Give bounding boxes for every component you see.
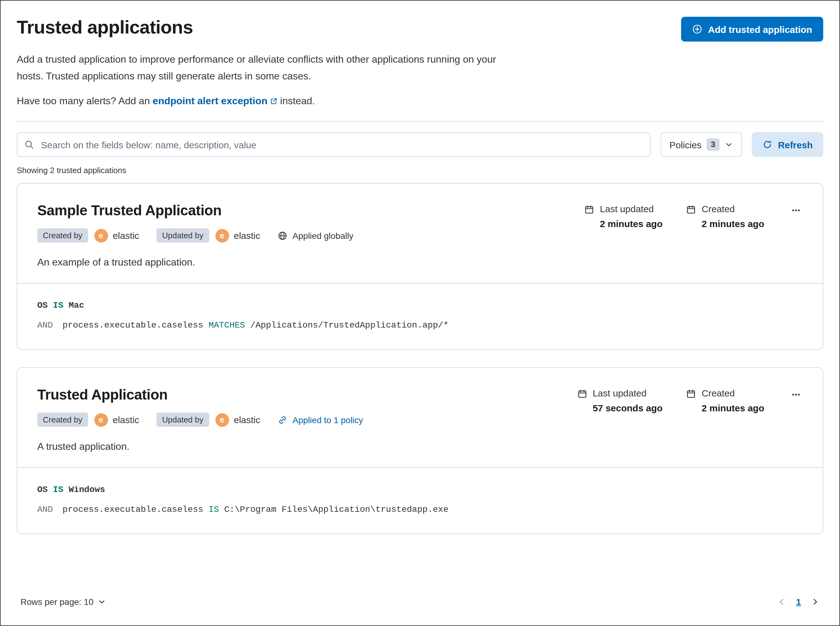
created-by-badge: Created by	[37, 228, 88, 243]
calendar-icon	[686, 205, 696, 214]
condition-field: OS	[37, 300, 48, 310]
alerts-hint-suffix: instead.	[277, 95, 315, 106]
trusted-app-card: Sample Trusted Application Created by e …	[17, 183, 823, 350]
card-title: Sample Trusted Application	[37, 202, 570, 219]
external-link-icon	[270, 97, 277, 105]
link-icon	[278, 415, 287, 425]
page-title: Trusted applications	[17, 17, 193, 38]
updated-by-user: elastic	[234, 230, 260, 241]
add-trusted-application-label: Add trusted application	[708, 24, 812, 34]
plus-in-circle-icon	[692, 24, 702, 34]
trusted-applications-page: Trusted applications Add trusted applica…	[0, 0, 840, 626]
add-trusted-application-button[interactable]: Add trusted application	[681, 17, 823, 42]
applied-globally: Applied globally	[278, 230, 353, 240]
calendar-icon	[584, 205, 595, 214]
condition-row: OS IS Mac	[37, 300, 803, 310]
condition-value: C:\Program Files\Application\trustedapp.…	[224, 504, 449, 514]
previous-page-icon[interactable]	[777, 598, 786, 606]
card-conditions: OS IS Windows AND process.executable.cas…	[17, 468, 823, 534]
next-page-icon[interactable]	[811, 598, 820, 606]
condition-row: AND process.executable.caseless IS C:\Pr…	[37, 504, 803, 514]
alerts-hint-prefix: Have too many alerts? Add an	[17, 95, 153, 106]
trusted-app-card: Trusted Application Created by e elastic…	[17, 367, 823, 534]
endpoint-alert-exception-link[interactable]: endpoint alert exception	[153, 94, 278, 109]
updated-by-badge: Updated by	[157, 413, 209, 427]
header-divider	[17, 121, 823, 122]
updated-by-avatar: e	[215, 413, 229, 427]
last-updated-label: Last updated	[600, 203, 663, 214]
created-by-user: elastic	[113, 230, 139, 241]
rows-per-page-button[interactable]: Rows per page: 10	[20, 597, 105, 607]
search-input[interactable]	[17, 132, 651, 157]
condition-operator: MATCHES	[209, 320, 245, 330]
created-label: Created	[702, 203, 764, 214]
card-meta: Last updated 2 minutes ago Created 2 min…	[584, 202, 803, 229]
card-badges: Created by e elastic Updated by e elasti…	[37, 228, 570, 243]
condition-row: AND process.executable.caseless MATCHES …	[37, 320, 803, 330]
updated-by-user: elastic	[234, 415, 260, 425]
created-value: 2 minutes ago	[702, 403, 764, 413]
condition-operator: IS	[53, 485, 63, 495]
page-header: Trusted applications Add trusted applica…	[17, 17, 823, 42]
policies-filter-button[interactable]: Policies 3	[661, 132, 742, 157]
condition-value: /Applications/TrustedApplication.app/*	[250, 320, 449, 330]
updated-by-avatar: e	[215, 228, 229, 242]
globe-icon	[278, 230, 287, 240]
last-updated: Last updated 57 seconds ago	[577, 388, 663, 413]
condition-operator: IS	[53, 300, 63, 310]
card-title: Trusted Application	[37, 387, 562, 403]
chevron-down-icon	[724, 140, 733, 149]
condition-field: OS	[37, 485, 48, 495]
refresh-label: Refresh	[778, 139, 813, 150]
card-header: Trusted Application Created by e elastic…	[17, 368, 823, 467]
card-header: Sample Trusted Application Created by e …	[17, 184, 823, 283]
last-updated-value: 57 seconds ago	[593, 403, 663, 413]
created-by-avatar: e	[94, 413, 108, 427]
card-description: An example of a trusted application.	[37, 257, 570, 268]
refresh-icon	[762, 139, 772, 150]
updated-by-badge: Updated by	[157, 228, 209, 243]
scope-label: Applied to 1 policy	[292, 415, 363, 425]
card-meta: Last updated 57 seconds ago Created 2 mi…	[577, 387, 803, 413]
boxes-horizontal-icon	[791, 390, 800, 399]
condition-value: Windows	[69, 485, 105, 495]
condition-conjunction: AND	[37, 504, 53, 514]
scope-label: Applied globally	[292, 230, 353, 240]
condition-value: Mac	[69, 300, 84, 310]
last-updated-label: Last updated	[593, 388, 663, 398]
created-by-avatar: e	[94, 228, 108, 242]
toolbar: Policies 3 Refresh	[17, 132, 823, 157]
condition-operator: IS	[209, 504, 219, 514]
alerts-hint: Have too many alerts? Add an endpoint al…	[17, 94, 823, 109]
created-value: 2 minutes ago	[702, 218, 764, 229]
condition-field: process.executable.caseless	[63, 504, 203, 514]
condition-field: process.executable.caseless	[63, 320, 203, 330]
calendar-icon	[686, 389, 696, 399]
card-description: A trusted application.	[37, 441, 562, 452]
policies-filter-label: Policies	[669, 139, 701, 150]
search-box	[17, 132, 651, 157]
refresh-button[interactable]: Refresh	[752, 132, 823, 157]
page-number-1[interactable]: 1	[796, 597, 801, 607]
card-actions-button[interactable]	[789, 203, 803, 217]
condition-conjunction: AND	[37, 320, 53, 330]
applied-to-policy-link[interactable]: Applied to 1 policy	[278, 415, 363, 425]
card-actions-button[interactable]	[789, 388, 803, 401]
table-footer: Rows per page: 10 1	[17, 597, 823, 614]
chevron-down-icon	[98, 598, 105, 606]
boxes-horizontal-icon	[791, 206, 800, 214]
page-description: Add a trusted application to improve per…	[17, 51, 523, 85]
created-label: Created	[702, 388, 764, 398]
rows-per-page-label: Rows per page: 10	[20, 597, 93, 607]
created: Created 2 minutes ago	[686, 388, 764, 413]
card-badges: Created by e elastic Updated by e elasti…	[37, 413, 562, 427]
condition-row: OS IS Windows	[37, 485, 803, 495]
calendar-icon	[577, 389, 587, 399]
results-count: Showing 2 trusted applications	[17, 166, 823, 175]
created-by-badge: Created by	[37, 413, 88, 427]
created-by-user: elastic	[113, 415, 139, 425]
card-conditions: OS IS Mac AND process.executable.caseles…	[17, 283, 823, 349]
last-updated: Last updated 2 minutes ago	[584, 203, 663, 229]
created: Created 2 minutes ago	[686, 203, 764, 229]
search-icon	[24, 139, 34, 150]
